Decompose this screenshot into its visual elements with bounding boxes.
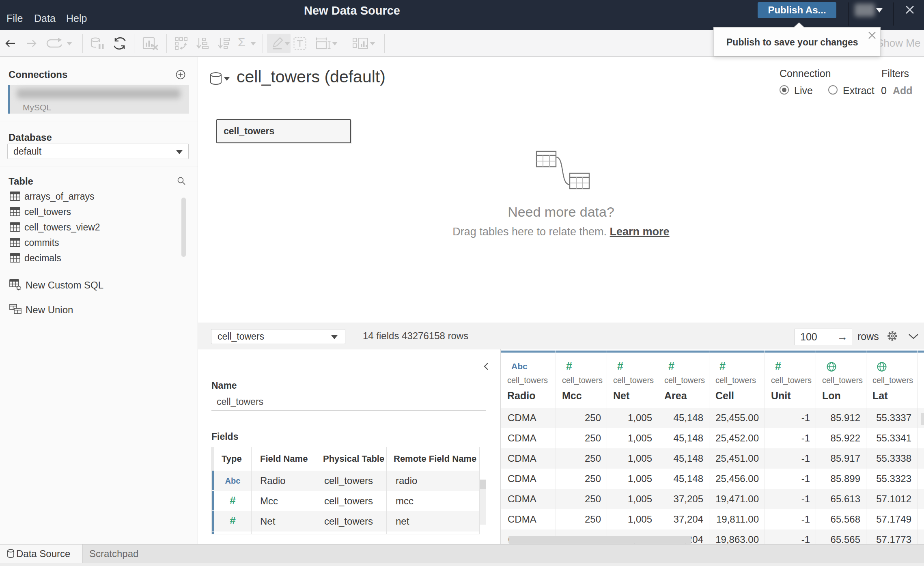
table-list-item[interactable]: commits xyxy=(0,235,187,250)
grid-column-header[interactable]: # cell_towers Mcc xyxy=(556,353,607,408)
grid-column-header[interactable]: # cell_towers Unit xyxy=(765,353,816,408)
grid-column-header[interactable]: Abc cell_towers Radio xyxy=(501,353,556,408)
number-type-icon[interactable]: # xyxy=(719,361,726,372)
grid-cell xyxy=(917,453,924,464)
fields-table-row[interactable]: # Mcc cell_towers mcc xyxy=(212,491,479,511)
dropdown-caret-icon[interactable] xyxy=(250,42,256,45)
grid-vertical-scrollbar[interactable] xyxy=(921,413,924,425)
dropdown-caret-icon[interactable] xyxy=(332,42,338,45)
grid-cell: 1,005 xyxy=(607,453,658,464)
geographic-type-icon[interactable] xyxy=(826,362,837,372)
fix-axes-button[interactable] xyxy=(315,37,331,50)
string-type-icon[interactable]: Abc xyxy=(511,362,528,371)
geographic-type-icon[interactable] xyxy=(877,362,887,372)
collapse-preview-icon[interactable] xyxy=(908,333,919,340)
forward-button[interactable] xyxy=(26,39,38,48)
grid-cell: 1,005 xyxy=(607,473,658,484)
totals-icon: Σ xyxy=(238,35,246,49)
row-limit-input[interactable]: 100 → xyxy=(795,329,852,345)
physical-table-cell: cell_towers xyxy=(324,475,373,486)
publish-as-button[interactable]: Publish As... xyxy=(758,2,836,18)
avatar-caret-icon[interactable] xyxy=(876,8,883,13)
fields-header-cell: Remote Field Name xyxy=(386,447,480,471)
dropdown-caret-icon[interactable] xyxy=(67,42,72,45)
preview-settings-icon[interactable] xyxy=(886,330,898,342)
table-list-item[interactable]: cell_towers xyxy=(0,204,187,220)
table-node-label: cell_towers xyxy=(224,126,274,136)
sort-ascending-button[interactable] xyxy=(196,37,209,50)
grid-column-header[interactable]: # cell_towers Area xyxy=(658,353,709,408)
number-type-icon[interactable]: # xyxy=(775,361,781,372)
show-me-button[interactable]: Show Me xyxy=(877,37,920,49)
grid-row[interactable]: CDMA 250 1,005 45,148 25,452.00 -1 85.92… xyxy=(501,428,924,448)
dropdown-caret-icon[interactable] xyxy=(370,42,375,45)
back-button[interactable] xyxy=(4,39,16,48)
tab-scratchpad[interactable]: Scratchpad xyxy=(83,544,213,563)
extract-radio-icon[interactable] xyxy=(828,85,838,95)
grid-column-header[interactable]: # cell_towers Net xyxy=(607,353,658,408)
field-name-cell[interactable]: Radio xyxy=(260,475,286,486)
grid-row[interactable]: CDMA 250 1,005 37,204 19,811.00 -1 65.56… xyxy=(501,509,924,529)
collapse-metadata-icon[interactable] xyxy=(483,362,489,370)
string-type-icon[interactable]: Abc xyxy=(214,476,251,486)
number-type-icon[interactable]: # xyxy=(214,514,251,527)
highlight-button[interactable] xyxy=(270,37,284,50)
table-list-item[interactable]: decimals xyxy=(0,250,187,266)
dropdown-caret-icon[interactable] xyxy=(284,42,290,45)
tab-data-source[interactable]: Data Source xyxy=(0,544,83,563)
table-list-item[interactable]: cell_towers_view2 xyxy=(0,220,187,235)
filters-add-button[interactable]: Add xyxy=(893,85,913,97)
text-label-button[interactable] xyxy=(293,37,307,50)
pause-updates-button[interactable] xyxy=(90,37,105,50)
fields-header-gutter xyxy=(212,447,214,471)
fields-table-row[interactable]: Abc Radio cell_towers radio xyxy=(212,471,479,491)
grid-horizontal-scrollbar[interactable] xyxy=(508,536,691,544)
sort-descending-button[interactable] xyxy=(218,37,230,50)
number-type-icon[interactable]: # xyxy=(566,361,572,372)
tooltip-close-icon[interactable] xyxy=(868,31,876,39)
clear-sheet-button[interactable] xyxy=(142,37,158,50)
live-radio-icon[interactable] xyxy=(780,85,789,95)
grid-row[interactable]: CDMA 250 1,005 45,148 25,456.00 -1 85.89… xyxy=(501,469,924,489)
datasource-icon[interactable] xyxy=(209,72,222,85)
grid-column-header[interactable]: cell_towers Lon xyxy=(816,353,866,408)
grid-row[interactable]: CDMA 250 1,005 45,148 25,455.00 -1 85.91… xyxy=(501,408,924,428)
table-list-item[interactable]: arrays_of_arrays xyxy=(0,189,187,204)
table-search-icon[interactable] xyxy=(177,176,186,185)
add-connection-icon[interactable] xyxy=(176,70,185,80)
connection-item[interactable]: MySQL xyxy=(8,85,189,114)
apply-row-limit-icon[interactable]: → xyxy=(837,329,848,345)
number-type-icon[interactable]: # xyxy=(617,361,623,372)
table-list-scrollbar[interactable] xyxy=(181,198,186,257)
grid-row[interactable]: CDMA 250 1,005 45,148 25,451.00 -1 85.91… xyxy=(501,448,924,469)
show-hide-cards-button[interactable] xyxy=(352,37,368,50)
grid-column-header[interactable]: # cell_towers Cell xyxy=(709,353,765,408)
grid-column-header[interactable] xyxy=(917,353,924,408)
window-close-icon[interactable] xyxy=(905,5,914,14)
replay-button[interactable] xyxy=(45,38,64,49)
learn-more-link[interactable]: Learn more xyxy=(610,226,670,238)
field-name-cell[interactable]: Mcc xyxy=(260,495,278,507)
toolbar-divider xyxy=(82,34,83,53)
grid-cell xyxy=(917,534,924,544)
database-select[interactable]: default xyxy=(7,144,189,159)
fields-table-row[interactable]: # Net cell_towers net xyxy=(212,511,479,532)
name-input[interactable]: cell_towers xyxy=(217,396,263,407)
new-union-button[interactable]: New Union xyxy=(0,303,187,317)
number-type-icon[interactable]: # xyxy=(214,494,251,507)
new-custom-sql-button[interactable]: New Custom SQL xyxy=(0,278,187,292)
table-node-cell-towers[interactable]: cell_towers xyxy=(216,119,351,143)
field-name-cell[interactable]: Net xyxy=(260,516,275,527)
datasource-caret-icon[interactable] xyxy=(224,77,230,81)
avatar[interactable] xyxy=(855,4,875,17)
number-type-icon[interactable]: # xyxy=(668,361,674,372)
totals-button[interactable]: Σ xyxy=(238,36,246,48)
refresh-button[interactable] xyxy=(112,37,127,50)
grid-row[interactable]: CDMA 250 1,005 37,205 19,471.00 -1 65.61… xyxy=(501,489,924,509)
grid-cell xyxy=(917,473,924,484)
fields-scrollbar-thumb[interactable] xyxy=(480,480,486,489)
swap-rows-columns-button[interactable] xyxy=(174,37,187,50)
grid-column-divider xyxy=(607,353,607,544)
preview-table-select[interactable]: cell_towers xyxy=(211,329,345,344)
grid-column-header[interactable]: cell_towers Lat xyxy=(866,353,917,408)
